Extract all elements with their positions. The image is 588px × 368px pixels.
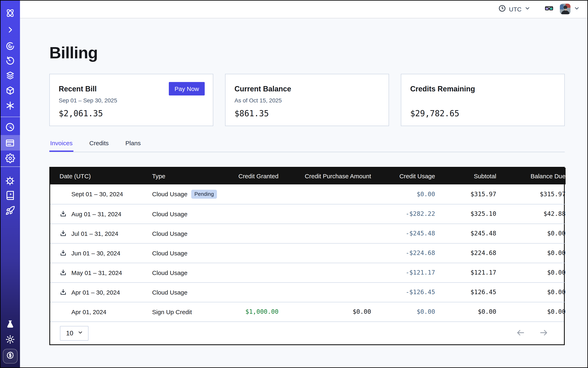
invoice-date: Apr 01, 2024 [71,308,106,315]
screen: UTC [0,0,588,368]
tab-plans[interactable]: Plans [125,139,142,152]
flask-icon [5,320,15,329]
sidebar-item-billing[interactable] [0,135,20,151]
sidebar-divider [0,166,20,167]
asterisk-icon [5,101,15,110]
invoice-row: Jun 01 – 30, 2024 Cloud Usage -$224.68 $… [50,243,566,263]
balance-due-value: $42.88 [543,210,566,217]
invoice-type: Cloud Usage [152,191,187,198]
credit-usage-value: $0.00 [417,191,435,198]
user-menu-chevron[interactable] [574,5,580,13]
invoice-table-body: Sept 01 – 30, 2024 Cloud Usage Pending $… [50,184,566,322]
avatar[interactable] [560,4,570,14]
invoices-table: Date (UTC) Type Credit Granted Credit Pu… [50,168,566,322]
sidebar-item-history[interactable] [0,53,20,69]
goggles-icon[interactable] [544,3,554,15]
invoice-date: Sept 01 – 30, 2024 [71,191,123,198]
download-invoice-button[interactable] [60,249,67,257]
card-title: Credits Remaining [410,85,555,93]
subtotal-value: $126.45 [470,288,496,296]
invoice-row: Aug 01 – 31, 2024 Cloud Usage -$282.22 $… [50,204,566,224]
download-invoice-button[interactable] [60,230,67,237]
sidebar-item-asterisk[interactable] [0,98,20,113]
credits-button[interactable] [3,349,17,364]
timezone-selector[interactable]: UTC [498,4,531,13]
logo-orbit[interactable] [0,5,20,21]
balance-due-value: $315.97 [540,191,566,198]
invoice-type: Sign Up Credit [152,308,192,315]
history-timer-icon [5,56,15,66]
chevron-down-icon [77,330,83,337]
app-window: UTC [0,0,588,368]
sidebar-divider [0,117,20,117]
status-badge: Pending [191,190,217,199]
page-title: Billing [49,44,565,62]
sidebar-item-launch[interactable] [0,203,20,218]
tab-invoices[interactable]: Invoices [49,139,73,152]
arrow-left-icon [516,328,525,338]
sidebar [0,0,20,368]
balance-as-of: As of Oct 15, 2025 [235,97,380,104]
credit-granted-value: $1,000.00 [245,308,279,316]
next-page-button[interactable] [539,328,548,338]
sidebar-item-theme[interactable] [0,332,20,347]
balance-due-value: $0.00 [547,269,566,276]
invoice-row: Sept 01 – 30, 2024 Cloud Usage Pending $… [50,184,566,204]
invoice-type: Cloud Usage [152,249,187,257]
credit-usage-value: $0.00 [417,308,435,316]
page-size-select[interactable]: 10 [60,326,89,340]
layers-icon [5,71,15,80]
cube-icon [5,86,15,95]
invoice-type: Cloud Usage [152,210,187,217]
current-balance-amount: $861.35 [235,109,269,118]
sidebar-item-labs[interactable] [0,317,20,332]
usage-gauge-icon [5,122,15,132]
recent-bill-amount: $2,061.35 [59,109,103,118]
balance-due-value: $0.00 [547,308,566,316]
recent-bill-card: Recent Bill Sep 01 – Sep 30, 2025 $2,061… [49,74,213,126]
sidebar-item-settings[interactable] [0,151,20,166]
sidebar-item-docs[interactable] [0,188,20,203]
credit-usage-value: -$282.22 [406,210,435,217]
invoice-date: May 01 – 31, 2024 [71,269,122,276]
prev-page-button[interactable] [516,328,525,338]
subtotal-value: $224.68 [470,249,496,257]
invoice-type: Cloud Usage [152,230,187,237]
sidebar-item-layers[interactable] [0,68,20,83]
sidebar-item-cube[interactable] [0,83,20,98]
col-credit-usage: Credit Usage [371,168,435,184]
col-credit-granted: Credit Granted [226,168,279,184]
invoice-date: Jul 01 – 31, 2024 [71,230,118,237]
credits-remaining-card: Credits Remaining $29,782.65 [401,74,565,126]
sidebar-item-usage[interactable] [0,119,20,135]
rocket-icon [5,206,15,215]
invoice-type: Cloud Usage [152,269,187,276]
subtotal-value: $121.17 [470,269,496,276]
col-type: Type [152,168,226,184]
card-title: Current Balance [235,85,380,93]
arrow-right-icon [539,328,548,338]
subtotal-value: $245.48 [470,230,496,237]
page-size-value: 10 [66,330,73,337]
current-balance-card: Current Balance As of Oct 15, 2025 $861.… [225,74,389,126]
download-invoice-button[interactable] [60,288,67,296]
credits-dollar-icon [6,351,15,361]
sidebar-item-helm[interactable] [0,173,20,188]
download-invoice-button[interactable] [60,269,67,276]
credit-usage-value: -$245.48 [406,230,435,237]
balance-due-value: $0.00 [547,249,566,257]
subtotal-value: $0.00 [478,308,496,316]
timezone-label: UTC [509,6,522,12]
pay-now-button[interactable]: Pay Now [169,82,205,95]
col-date: Date (UTC) [50,168,152,184]
sidebar-item-insights[interactable] [0,38,20,54]
col-credit-purchase: Credit Purchase Amount [279,168,371,184]
invoices-panel: Date (UTC) Type Credit Granted Credit Pu… [49,167,565,345]
clock-icon [498,4,506,13]
download-invoice-button[interactable] [60,210,67,217]
tab-credits[interactable]: Credits [89,139,109,152]
sidebar-expand-button[interactable] [0,22,20,37]
billing-period: Sep 01 – Sep 30, 2025 [59,97,204,104]
invoice-row: Jul 01 – 31, 2024 Cloud Usage -$245.48 $… [50,224,566,243]
credit-usage-value: -$121.17 [406,269,435,276]
